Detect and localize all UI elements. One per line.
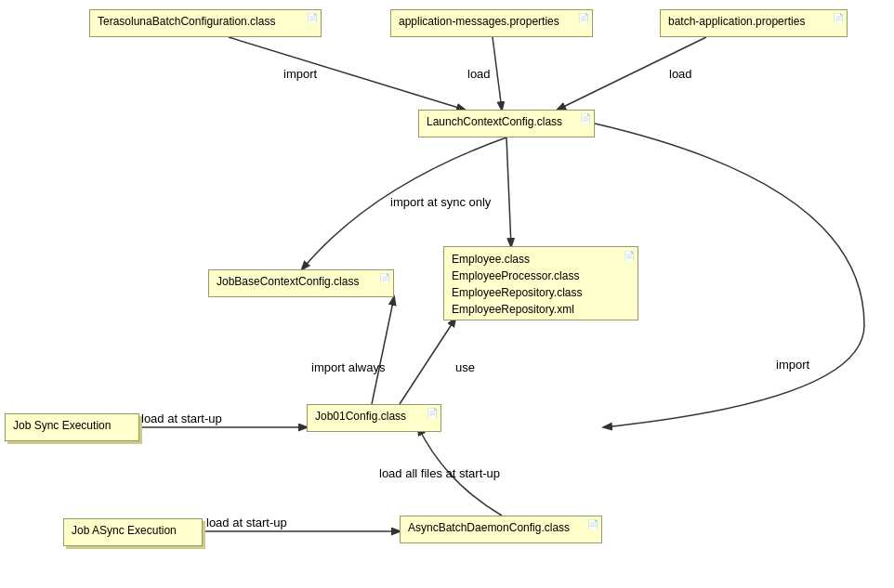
employee-line2: EmployeeProcessor.class bbox=[452, 268, 630, 284]
diagram-container: TerasolunaBatchConfiguration.class 📄 app… bbox=[0, 0, 894, 588]
employee-line4: EmployeeRepository.xml bbox=[452, 301, 630, 318]
label-import-always: import always bbox=[311, 360, 385, 374]
node-terasoluna: TerasolunaBatchConfiguration.class 📄 bbox=[89, 9, 322, 37]
node-app-messages-label: application-messages.properties bbox=[399, 15, 559, 28]
svg-line-4 bbox=[372, 297, 394, 404]
node-terasoluna-label: TerasolunaBatchConfiguration.class bbox=[98, 15, 275, 28]
node-launch-context: LaunchContextConfig.class 📄 bbox=[418, 110, 595, 137]
node-job-async: Job ASync Execution bbox=[63, 518, 203, 546]
node-job-async-label: Job ASync Execution bbox=[72, 524, 177, 537]
label-import-sync-only: import at sync only bbox=[390, 195, 491, 209]
node-job-sync-label: Job Sync Execution bbox=[13, 419, 111, 432]
svg-line-1 bbox=[493, 37, 502, 110]
svg-line-5 bbox=[400, 319, 455, 404]
svg-line-0 bbox=[229, 37, 465, 110]
node-launch-context-label: LaunchContextConfig.class bbox=[427, 115, 562, 128]
node-batch-app-label: batch-application.properties bbox=[668, 15, 805, 28]
node-job-sync: Job Sync Execution bbox=[5, 413, 139, 441]
node-job01config-label: Job01Config.class bbox=[315, 410, 406, 423]
doc-icon-employee: 📄 bbox=[624, 249, 635, 263]
doc-icon-app-messages: 📄 bbox=[578, 12, 589, 25]
label-import-right: import bbox=[776, 358, 809, 372]
label-load2: load bbox=[669, 67, 692, 81]
node-batch-app: batch-application.properties 📄 bbox=[660, 9, 848, 37]
node-async-daemon-label: AsyncBatchDaemonConfig.class bbox=[408, 521, 570, 534]
label-load1: load bbox=[467, 67, 491, 81]
label-import: import bbox=[283, 67, 317, 81]
svg-line-3 bbox=[506, 137, 511, 246]
employee-line1: Employee.class bbox=[452, 251, 630, 268]
node-employee-group: Employee.class EmployeeProcessor.class E… bbox=[443, 246, 638, 320]
employee-line3: EmployeeRepository.class bbox=[452, 284, 630, 301]
doc-icon-async-daemon: 📄 bbox=[587, 518, 598, 531]
label-use: use bbox=[455, 360, 475, 374]
node-app-messages: application-messages.properties 📄 bbox=[390, 9, 593, 37]
label-load-startup-sync: load at start-up bbox=[141, 412, 222, 425]
label-load-startup-async: load at start-up bbox=[206, 516, 287, 529]
doc-icon-job-base: 📄 bbox=[379, 272, 390, 285]
doc-icon-job01config: 📄 bbox=[427, 407, 438, 420]
doc-icon-batch-app: 📄 bbox=[833, 12, 844, 25]
doc-icon-terasoluna: 📄 bbox=[307, 12, 318, 25]
label-load-all-files: load all files at start-up bbox=[379, 466, 500, 480]
node-job-base: JobBaseContextConfig.class 📄 bbox=[208, 269, 394, 297]
doc-icon-launch-context: 📄 bbox=[580, 112, 591, 125]
node-job-base-label: JobBaseContextConfig.class bbox=[217, 275, 359, 288]
node-job01config: Job01Config.class 📄 bbox=[307, 404, 441, 432]
node-async-daemon: AsyncBatchDaemonConfig.class 📄 bbox=[400, 516, 602, 543]
